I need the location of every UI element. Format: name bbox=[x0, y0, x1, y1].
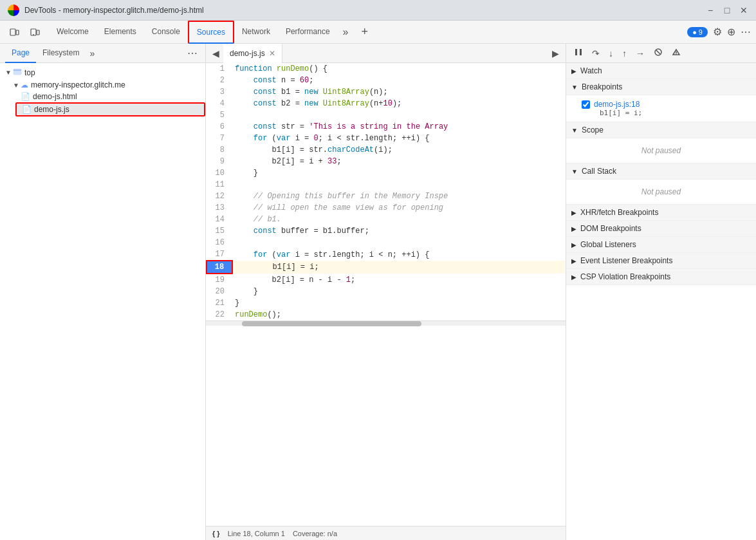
tree-label-demo-js: demo-js.js bbox=[34, 105, 69, 114]
tree-item-demo-js[interactable]: 📄 demo-js.js bbox=[15, 102, 205, 116]
folder-icon-top bbox=[13, 67, 22, 78]
tree-item-top[interactable]: ▼ top bbox=[0, 66, 205, 79]
code-area[interactable]: 1 function runDemo() { 2 const n = 60; 3… bbox=[206, 63, 566, 526]
title-bar: DevTools - memory-inspector.glitch.me/de… bbox=[0, 0, 756, 21]
tab-sources[interactable]: Sources bbox=[188, 21, 234, 44]
file-tab-close-button[interactable]: ✕ bbox=[269, 49, 275, 58]
scope-empty-label: Not paused bbox=[566, 141, 756, 160]
code-row-4: 4 const b2 = new Uint8Array(n+10); bbox=[207, 98, 565, 109]
section-watch-header[interactable]: ▶ Watch bbox=[566, 63, 756, 79]
csp-arrow-icon: ▶ bbox=[571, 274, 576, 281]
file-tab-demo-js[interactable]: demo-js.js ✕ bbox=[223, 44, 282, 63]
line-num-20[interactable]: 20 bbox=[207, 286, 232, 297]
breakpoint-checkbox-1[interactable] bbox=[582, 100, 590, 109]
line-num-16[interactable]: 16 bbox=[207, 237, 232, 248]
status-position: Line 18, Column 1 bbox=[228, 530, 285, 537]
line-num-7[interactable]: 7 bbox=[207, 133, 232, 144]
tree-item-origin[interactable]: ▼ ☁ memory-inspector.glitch.me bbox=[8, 79, 205, 91]
section-xhr-header[interactable]: ▶ XHR/fetch Breakpoints bbox=[566, 205, 756, 221]
left-panel-tabs: Page Filesystem » ⋯ bbox=[0, 44, 205, 63]
line-content-12: // Opening this buffer in the Memory Ins… bbox=[232, 191, 565, 202]
code-row-14: 14 // b1. bbox=[207, 214, 565, 225]
tree-item-demo-html[interactable]: 📄 demo-js.html bbox=[15, 91, 205, 102]
nav-add-tab-button[interactable]: + bbox=[356, 25, 374, 39]
event-arrow-icon: ▶ bbox=[571, 257, 576, 265]
section-dom-header[interactable]: ▶ DOM Breakpoints bbox=[566, 221, 756, 237]
section-xhr-label: XHR/fetch Breakpoints bbox=[580, 208, 658, 217]
step-button[interactable]: → bbox=[633, 47, 647, 60]
line-content-3: const b1 = new Uint8Array(n); bbox=[232, 86, 565, 98]
section-breakpoints-content: demo-js.js:18 b1[i] = i; bbox=[566, 95, 756, 122]
tab-console[interactable]: Console bbox=[144, 21, 188, 44]
line-num-4[interactable]: 4 bbox=[207, 98, 232, 109]
left-tabs-more-button[interactable]: » bbox=[86, 48, 98, 59]
line-num-22[interactable]: 22 bbox=[207, 309, 232, 321]
line-content-19: b2[i] = n - i - 1; bbox=[232, 274, 565, 286]
left-tabs-menu-button[interactable]: ⋯ bbox=[185, 47, 200, 59]
line-num-17[interactable]: 17 bbox=[207, 248, 232, 261]
line-content-7: for (var i = 0; i < str.length; ++i) { bbox=[232, 133, 565, 144]
line-num-19[interactable]: 19 bbox=[207, 274, 232, 286]
pause-button[interactable] bbox=[571, 46, 585, 60]
cursor-button[interactable] bbox=[26, 23, 44, 41]
settings-button[interactable]: ⚙ bbox=[713, 26, 722, 38]
section-breakpoints-label: Breakpoints bbox=[582, 82, 622, 91]
line-num-2[interactable]: 2 bbox=[207, 75, 232, 86]
line-num-13[interactable]: 13 bbox=[207, 202, 232, 214]
code-row-7: 7 for (var i = 0; i < str.length; ++i) { bbox=[207, 133, 565, 144]
line-num-21[interactable]: 21 bbox=[207, 297, 232, 309]
tab-filesystem[interactable]: Filesystem bbox=[36, 44, 86, 63]
tab-page[interactable]: Page bbox=[5, 44, 36, 63]
deactivate-breakpoints-button[interactable] bbox=[651, 46, 665, 60]
line-content-6: const str = 'This is a string in the Arr… bbox=[232, 121, 565, 133]
tab-next-button[interactable]: ▶ bbox=[548, 48, 563, 59]
profile-button[interactable]: ⊕ bbox=[727, 26, 735, 38]
step-into-button[interactable]: ↓ bbox=[606, 47, 616, 60]
breakpoints-arrow-icon: ▼ bbox=[571, 84, 578, 91]
close-button[interactable]: ✕ bbox=[739, 6, 748, 15]
tab-network[interactable]: Network bbox=[234, 21, 278, 44]
tab-performance[interactable]: Performance bbox=[278, 21, 338, 44]
step-out-button[interactable]: ↑ bbox=[620, 47, 629, 60]
minimize-button[interactable]: − bbox=[706, 6, 715, 15]
code-row-5: 5 bbox=[207, 109, 565, 121]
file-tree: ▼ top ▼ ☁ memory-inspector.glitch.me 📄 d… bbox=[0, 63, 205, 540]
line-content-9: b2[i] = i + 33; bbox=[232, 156, 565, 167]
tab-elements[interactable]: Elements bbox=[97, 21, 144, 44]
section-csp-header[interactable]: ▶ CSP Violation Breakpoints bbox=[566, 269, 756, 285]
notifications-badge[interactable]: ● 9 bbox=[687, 27, 708, 37]
scroll-thumb[interactable] bbox=[242, 321, 422, 326]
line-num-3[interactable]: 3 bbox=[207, 86, 232, 98]
line-num-8[interactable]: 8 bbox=[207, 144, 232, 156]
line-num-10[interactable]: 10 bbox=[207, 167, 232, 179]
line-num-9[interactable]: 9 bbox=[207, 156, 232, 167]
devtools-menu-button[interactable]: ⋯ bbox=[741, 26, 751, 38]
tab-prev-button[interactable]: ◀ bbox=[208, 48, 223, 59]
status-coverage: Coverage: n/a bbox=[293, 530, 337, 537]
code-row-11: 11 bbox=[207, 179, 565, 191]
line-num-1[interactable]: 1 bbox=[207, 63, 232, 75]
line-num-5[interactable]: 5 bbox=[207, 109, 232, 121]
device-toggle-button[interactable] bbox=[5, 23, 23, 41]
file-icon-demo-html: 📄 bbox=[21, 92, 30, 101]
section-breakpoints-header[interactable]: ▼ Breakpoints bbox=[566, 79, 756, 95]
center-panel: ◀ demo-js.js ✕ ▶ 1 function runDemo() { … bbox=[206, 44, 566, 540]
section-callstack-header[interactable]: ▼ Call Stack bbox=[566, 163, 756, 180]
section-global-header[interactable]: ▶ Global Listeners bbox=[566, 237, 756, 253]
section-scope-header[interactable]: ▼ Scope bbox=[566, 122, 756, 138]
tab-welcome[interactable]: Welcome bbox=[49, 21, 97, 44]
line-num-15[interactable]: 15 bbox=[207, 225, 232, 237]
horizontal-scrollbar[interactable] bbox=[206, 321, 566, 326]
line-num-6[interactable]: 6 bbox=[207, 121, 232, 133]
line-num-12[interactable]: 12 bbox=[207, 191, 232, 202]
line-num-18[interactable]: 18 bbox=[207, 261, 232, 274]
line-num-11[interactable]: 11 bbox=[207, 179, 232, 191]
maximize-button[interactable]: □ bbox=[723, 6, 732, 15]
section-scope-content: Not paused bbox=[566, 138, 756, 163]
line-num-14[interactable]: 14 bbox=[207, 214, 232, 225]
nav-tabs: Welcome Elements Console Sources Network… bbox=[49, 21, 687, 44]
nav-more-tabs-button[interactable]: » bbox=[338, 26, 354, 38]
step-over-button[interactable]: ↷ bbox=[589, 47, 602, 60]
dont-pause-exceptions-button[interactable] bbox=[669, 46, 683, 60]
section-event-header[interactable]: ▶ Event Listener Breakpoints bbox=[566, 253, 756, 269]
